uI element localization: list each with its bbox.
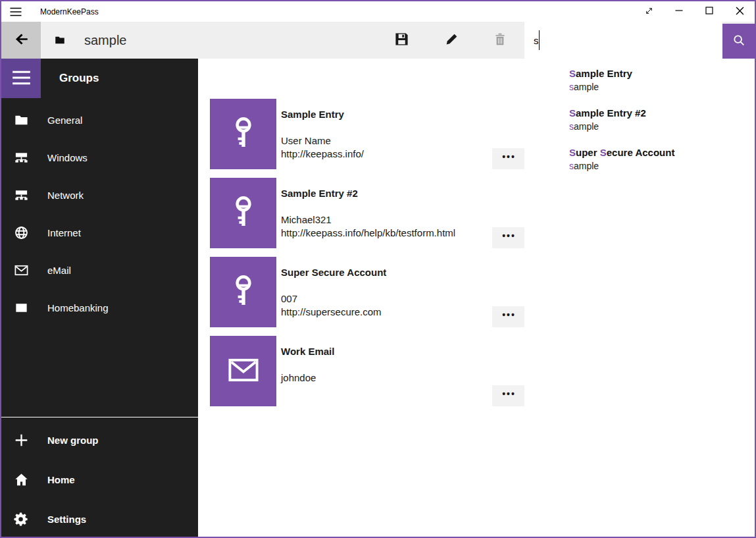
- minimize-icon: [675, 7, 683, 16]
- search-icon: [732, 33, 746, 49]
- entry-more-button[interactable]: •••: [492, 227, 524, 248]
- entry-title: Super Secure Account: [281, 267, 386, 278]
- sidebar-item-internet[interactable]: Internet: [1, 214, 198, 252]
- entry-username: 007: [281, 293, 297, 304]
- sidebar-item-settings[interactable]: Settings: [1, 499, 198, 538]
- hamburger-icon: [12, 70, 31, 87]
- entry-username: Michael321: [281, 214, 332, 225]
- window-title: ModernKeePass: [40, 7, 99, 16]
- group-title: sample: [84, 33, 126, 48]
- edit-button[interactable]: [436, 22, 466, 59]
- maximize-icon: [705, 7, 713, 16]
- entry-title: Work Email: [281, 346, 334, 357]
- key-icon: [225, 115, 262, 154]
- sidebar-item-new-group[interactable]: New group: [1, 420, 198, 460]
- entry-tile: [210, 99, 276, 169]
- sidebar-item-label: Network: [47, 190, 84, 201]
- home-icon: [13, 472, 29, 487]
- key-icon: [225, 273, 262, 312]
- save-icon: [394, 32, 409, 49]
- gear-icon: [13, 512, 29, 527]
- suggestion-title: Sample Entry #2: [569, 107, 748, 120]
- email-icon: [13, 263, 29, 278]
- email-icon: [226, 353, 261, 390]
- entry-username: johndoe: [281, 372, 316, 383]
- suggestion-subtitle: sample: [569, 159, 748, 173]
- sidebar-item-label: eMail: [47, 265, 71, 276]
- entry-more-button[interactable]: •••: [492, 306, 524, 327]
- back-button[interactable]: [1, 22, 41, 59]
- network-icon: [13, 150, 29, 165]
- sidebar-item-label: New group: [47, 435, 99, 446]
- entry-url: http://supersecure.com: [281, 306, 382, 317]
- search-suggestion[interactable]: Sample Entry #2 sample: [524, 103, 755, 143]
- minimize-button[interactable]: [664, 1, 694, 22]
- save-button[interactable]: [386, 22, 416, 59]
- title-bar: ModernKeePass: [1, 1, 755, 22]
- sidebar-item-label: Home: [47, 474, 75, 485]
- entry-tile: [210, 336, 276, 406]
- globe-icon: [13, 225, 29, 240]
- entry-tile: [210, 178, 276, 248]
- sidebar-item-email[interactable]: eMail: [1, 252, 198, 289]
- search-input[interactable]: [524, 22, 722, 59]
- entry-url: http://keepass.info/help/kb/testform.htm…: [281, 227, 455, 238]
- app-window: ModernKeePass sample: [0, 0, 756, 538]
- search-button[interactable]: [722, 24, 755, 59]
- sidebar-item-label: Settings: [47, 514, 86, 525]
- hamburger-icon[interactable]: [1, 7, 30, 16]
- entry-row[interactable]: Work Email johndoe •••: [210, 336, 526, 406]
- entry-url: http://keepass.info/: [281, 148, 364, 159]
- entry-tile: [210, 257, 276, 327]
- sidebar-divider: [1, 417, 198, 417]
- entry-more-button[interactable]: •••: [492, 385, 524, 406]
- sidebar-item-windows[interactable]: Windows: [1, 139, 198, 176]
- window-controls: [634, 1, 755, 22]
- close-button[interactable]: [724, 1, 755, 22]
- sidebar-item-label: Homebanking: [47, 302, 109, 313]
- sidebar-item-label: Windows: [47, 152, 88, 163]
- suggestion-title: Sample Entry: [569, 67, 748, 80]
- sidebar-item-home[interactable]: Home: [1, 460, 198, 499]
- trash-icon: [493, 32, 507, 49]
- entry-more-button[interactable]: •••: [492, 148, 524, 169]
- delete-button[interactable]: [485, 22, 515, 59]
- suggestion-subtitle: sample: [569, 120, 748, 133]
- sidebar-item-label: Internet: [47, 227, 81, 238]
- folder-icon: [54, 34, 66, 46]
- sidebar-item-general[interactable]: General: [1, 101, 198, 139]
- entry-title: Sample Entry: [281, 109, 344, 120]
- square-icon: [13, 300, 29, 315]
- command-bar: sample: [1, 22, 755, 59]
- diagonal-resize-icon: [644, 6, 654, 18]
- sidebar-item-network[interactable]: Network: [1, 176, 198, 214]
- entry-row[interactable]: Sample Entry #2 Michael321 http://keepas…: [210, 178, 526, 248]
- groups-header: Groups: [59, 59, 99, 98]
- sidebar-item-homebanking[interactable]: Homebanking: [1, 289, 198, 327]
- entry-username: User Name: [281, 135, 331, 146]
- fullscreen-button[interactable]: [634, 1, 664, 22]
- sidebar-hamburger-button[interactable]: [1, 59, 41, 98]
- network-icon: [13, 188, 29, 203]
- search-box: [524, 22, 755, 59]
- entry-row[interactable]: Super Secure Account 007 http://supersec…: [210, 257, 526, 327]
- search-suggestions: Sample Entry sample Sample Entry #2 samp…: [524, 59, 755, 189]
- suggestion-title: Super Secure Account: [569, 146, 748, 159]
- sidebar: Groups General Windows Network Internet …: [1, 59, 198, 537]
- folder-icon: [13, 113, 29, 128]
- group-list: General Windows Network Internet eMail H…: [1, 101, 198, 327]
- pencil-icon: [445, 32, 459, 48]
- entry-row[interactable]: Sample Entry User Name http://keepass.in…: [210, 99, 526, 169]
- maximize-button[interactable]: [694, 1, 724, 22]
- close-icon: [736, 7, 744, 17]
- suggestion-subtitle: sample: [569, 80, 748, 94]
- search-suggestion[interactable]: Sample Entry sample: [524, 64, 755, 103]
- search-suggestion[interactable]: Super Secure Account sample: [524, 143, 755, 182]
- entry-title: Sample Entry #2: [281, 188, 358, 199]
- back-arrow-icon: [13, 30, 30, 50]
- sidebar-footer: New group Home Settings: [1, 420, 198, 538]
- plus-icon: [13, 433, 29, 448]
- sidebar-item-label: General: [47, 115, 82, 126]
- text-caret: [539, 30, 540, 50]
- key-icon: [225, 194, 262, 233]
